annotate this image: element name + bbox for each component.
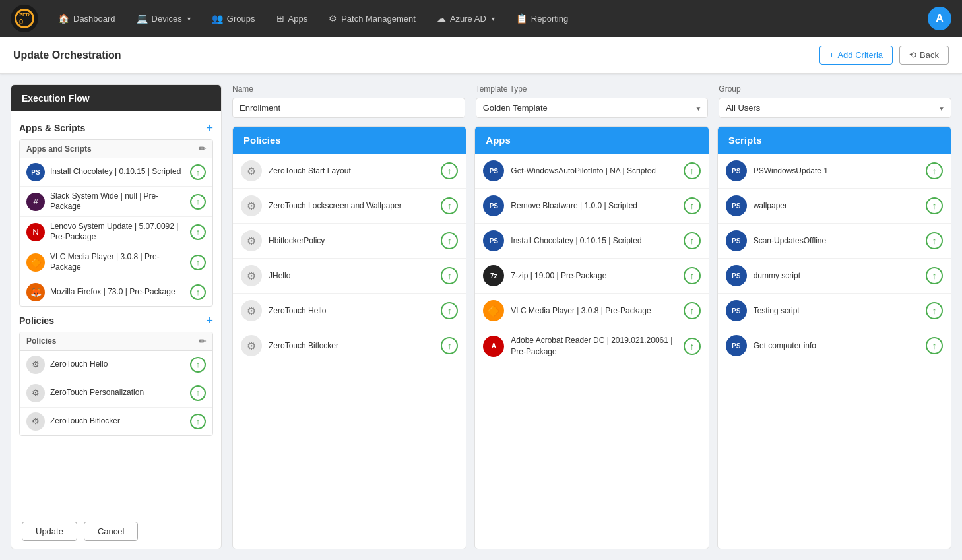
list-item: PS Scan-UpdatesOffline ↑: [718, 224, 951, 259]
powershell-icon: PS: [726, 300, 747, 321]
upload-button[interactable]: ↑: [926, 232, 943, 249]
upload-button[interactable]: ↑: [190, 284, 206, 300]
novell-icon: N: [26, 223, 45, 241]
item-label: ZeroTouch Personalization: [50, 388, 185, 398]
policy-icon: ⚙: [241, 230, 262, 251]
execution-flow-header: Execution Flow: [11, 85, 221, 111]
list-item: ⚙ JHello ↑: [233, 259, 466, 294]
add-criteria-button[interactable]: + Add Criteria: [819, 46, 893, 65]
apps-column-header: Apps: [475, 127, 708, 154]
item-label: ZeroTouch Bitlocker: [50, 416, 185, 427]
upload-button[interactable]: ↑: [926, 302, 943, 319]
policies-title: Policies: [19, 315, 54, 326]
group-select[interactable]: All Users: [719, 98, 951, 118]
scripts-column-title: Scripts: [728, 135, 762, 146]
policy-icon: ⚙: [241, 265, 262, 286]
upload-button[interactable]: ↑: [684, 267, 701, 284]
policies-add-button[interactable]: +: [206, 315, 213, 327]
upload-button[interactable]: ↑: [441, 162, 458, 179]
policies-subsection-edit-icon[interactable]: ✏: [199, 336, 206, 346]
slack-icon: #: [26, 193, 45, 211]
avatar-letter: A: [936, 13, 944, 24]
upload-button[interactable]: ↑: [441, 337, 458, 354]
upload-button[interactable]: ↑: [190, 224, 206, 240]
nav-devices[interactable]: 💻 Devices ▾: [127, 8, 200, 29]
upload-button[interactable]: ↑: [684, 338, 701, 355]
list-item: PS Install Chocolatey | 0.10.15 | Script…: [20, 158, 212, 187]
upload-button[interactable]: ↑: [190, 194, 206, 210]
devices-icon: 💻: [137, 13, 148, 24]
user-avatar[interactable]: A: [928, 7, 951, 30]
scripts-column: Scripts PS PSWindowsUpdate 1 ↑ PS wallpa…: [717, 126, 951, 549]
app-logo[interactable]: ZER0: [11, 5, 38, 32]
upload-button[interactable]: ↑: [684, 197, 701, 214]
item-label: ZeroTouch Start Layout: [269, 166, 434, 177]
upload-button[interactable]: ↑: [441, 267, 458, 284]
upload-button[interactable]: ↑: [441, 197, 458, 214]
nav-groups[interactable]: 👥 Groups: [203, 8, 265, 29]
policies-column-body: ⚙ ZeroTouch Start Layout ↑ ⚙ ZeroTouch L…: [233, 154, 466, 549]
cancel-button[interactable]: Cancel: [84, 522, 138, 541]
name-label: Name: [232, 84, 465, 94]
upload-button[interactable]: ↑: [684, 302, 701, 319]
policy-icon: ⚙: [26, 384, 45, 402]
upload-button[interactable]: ↑: [684, 232, 701, 249]
acrobat-icon: A: [483, 336, 504, 357]
back-icon: ⟲: [909, 50, 916, 60]
upload-button[interactable]: ↑: [441, 302, 458, 319]
upload-button[interactable]: ↑: [190, 255, 206, 270]
nav-dashboard[interactable]: 🏠 Dashboard: [49, 8, 125, 29]
group-form-group: Group All Users: [719, 84, 951, 118]
policies-subsection-label: Policies: [26, 336, 56, 346]
item-label: JHello: [269, 270, 434, 282]
apps-subsection-label: Apps and Scripts: [26, 144, 92, 154]
groups-icon: 👥: [212, 13, 223, 24]
powershell-icon: PS: [726, 230, 747, 251]
nav-apps-label: Apps: [288, 14, 308, 24]
upload-button[interactable]: ↑: [190, 414, 206, 429]
apps-scripts-title: Apps & Scripts: [19, 123, 85, 133]
policy-icon: ⚙: [26, 412, 45, 431]
list-item: 🦊 Mozilla Firefox | 73.0 | Pre-Package ↑: [20, 278, 212, 306]
name-input[interactable]: [232, 98, 465, 118]
firefox-icon: 🦊: [26, 283, 45, 301]
item-label: Adobe Acrobat Reader DC | 2019.021.20061…: [511, 335, 676, 358]
item-label: PSWindowsUpdate 1: [754, 166, 919, 177]
nav-azure-ad-label: Azure AD: [450, 14, 486, 24]
upload-button[interactable]: ↑: [684, 162, 701, 179]
page-title: Update Orchestration: [13, 49, 819, 61]
item-label: ZeroTouch Lockscreen and Wallpaper: [269, 201, 434, 212]
upload-button[interactable]: ↑: [441, 232, 458, 249]
upload-button[interactable]: ↑: [926, 267, 943, 284]
policy-icon: ⚙: [241, 195, 262, 216]
upload-button[interactable]: ↑: [926, 337, 943, 354]
nav-azure-ad[interactable]: ☁ Azure AD ▾: [428, 8, 504, 29]
back-button[interactable]: ⟲ Back: [899, 46, 949, 65]
template-type-select[interactable]: Golden Template: [476, 98, 709, 118]
azure-ad-chevron-icon: ▾: [492, 15, 495, 22]
policy-icon: ⚙: [26, 356, 45, 374]
nav-patch-management[interactable]: ⚙ Patch Management: [319, 8, 425, 29]
powershell-icon: PS: [483, 195, 504, 216]
group-select-wrapper: All Users: [719, 98, 951, 118]
apps-scripts-add-button[interactable]: +: [206, 122, 213, 134]
logo-text: ZER0: [19, 12, 30, 26]
nav-reporting[interactable]: 📋 Reporting: [507, 8, 577, 29]
powershell-icon: PS: [483, 230, 504, 251]
list-item: PS Testing script ↑: [718, 294, 951, 328]
apps-subsection-edit-icon[interactable]: ✏: [199, 144, 206, 154]
item-label: ZeroTouch Hello: [50, 359, 185, 370]
upload-button[interactable]: ↑: [190, 385, 206, 401]
nav-apps[interactable]: ⊞ Apps: [267, 8, 317, 29]
upload-button[interactable]: ↑: [190, 164, 206, 180]
template-type-form-group: Template Type Golden Template: [476, 84, 709, 118]
vlc-icon: 🔶: [26, 253, 45, 272]
reporting-icon: 📋: [516, 13, 527, 24]
upload-button[interactable]: ↑: [926, 197, 943, 214]
policies-column: Policies ⚙ ZeroTouch Start Layout ↑ ⚙ Ze…: [232, 126, 466, 549]
upload-button[interactable]: ↑: [926, 162, 943, 179]
policy-icon: ⚙: [241, 335, 262, 356]
update-button[interactable]: Update: [22, 522, 77, 541]
upload-button[interactable]: ↑: [190, 357, 206, 373]
item-label: Get-WindowsAutoPilotInfo | NA | Scripted: [511, 166, 676, 177]
